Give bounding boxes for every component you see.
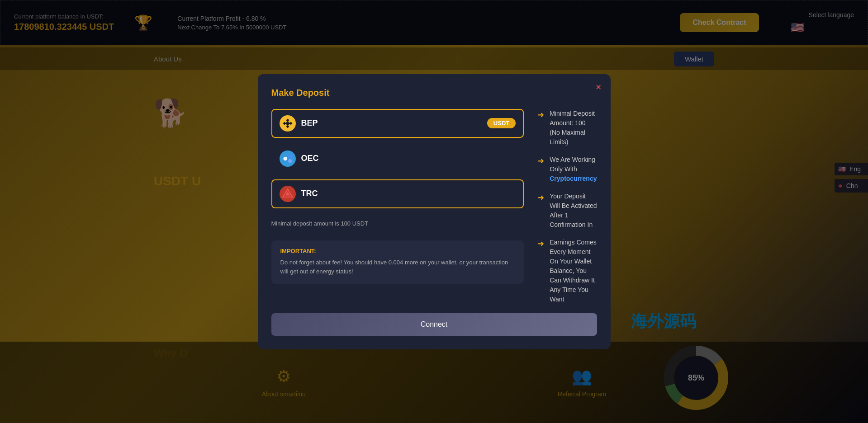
svg-point-12: [288, 159, 292, 163]
connect-button[interactable]: Connect: [271, 313, 597, 336]
bep-label: BEP: [301, 118, 318, 128]
info-text-2: We Are Working Only With Cryptocurrency: [550, 155, 597, 183]
bep-option[interactable]: BEP USDT: [271, 109, 524, 138]
oec-option[interactable]: OEC: [271, 144, 524, 173]
cryptocurrency-label: Cryptocurrency: [550, 175, 597, 182]
svg-marker-9: [285, 121, 290, 126]
arrow-icon-1: ➜: [537, 110, 544, 120]
info-item-1: ➜ Minimal Deposit Amount: 100 (No Maxima…: [537, 109, 597, 147]
usdt-badge: USDT: [487, 118, 516, 128]
svg-point-11: [288, 154, 292, 158]
arrow-icon-3: ➜: [537, 193, 544, 202]
important-box: IMPORTANT: Do not forget about fee! You …: [271, 240, 524, 284]
info-panel: ➜ Minimal Deposit Amount: 100 (No Maxima…: [537, 109, 597, 304]
trc-option[interactable]: TRC: [271, 179, 524, 208]
network-panel: BEP USDT OEC: [271, 109, 524, 304]
arrow-icon-2: ➜: [537, 156, 544, 166]
oec-label: OEC: [301, 154, 319, 163]
trc-label: TRC: [301, 189, 318, 198]
important-label: IMPORTANT:: [280, 248, 515, 254]
min-deposit-note: Minimal deposit amount is 100 USDT: [271, 220, 524, 227]
trc-icon: [280, 186, 296, 202]
arrow-icon-4: ➜: [537, 239, 544, 249]
info-item-2: ➜ We Are Working Only With Cryptocurrenc…: [537, 155, 597, 183]
oec-icon: [280, 150, 296, 167]
info-text-1: Minimal Deposit Amount: 100 (No Maximal …: [550, 109, 597, 147]
info-text-3: Your Deposit Will Be Activated After 1 C…: [550, 192, 597, 230]
info-item-4: ➜ Earnings Comes Every Moment On Your Wa…: [537, 238, 597, 304]
svg-point-10: [283, 156, 287, 160]
info-item-3: ➜ Your Deposit Will Be Activated After 1…: [537, 192, 597, 230]
modal-close-button[interactable]: ×: [596, 81, 602, 93]
info-text-4: Earnings Comes Every Moment On Your Wall…: [550, 238, 597, 304]
important-text: Do not forget about fee! You should have…: [280, 258, 515, 277]
modal-title: Make Deposit: [271, 88, 597, 98]
modal-body: BEP USDT OEC: [271, 109, 597, 304]
bep-icon: [280, 115, 296, 132]
make-deposit-modal: Make Deposit × BEP: [258, 74, 611, 349]
modal-overlay: Make Deposit × BEP: [0, 0, 868, 423]
